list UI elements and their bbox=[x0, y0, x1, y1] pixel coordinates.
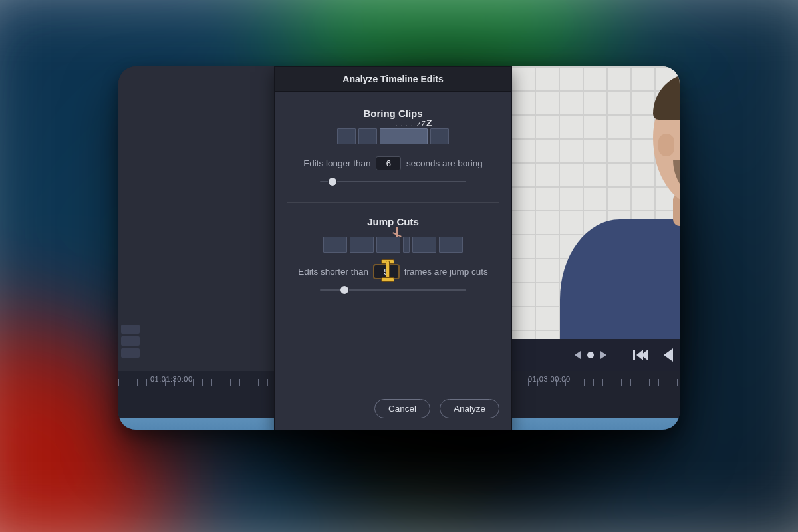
jump-frames-input[interactable]: 5 bbox=[374, 265, 399, 279]
boring-clips-section: Boring Clips . . . . zZZ Edits longer th… bbox=[287, 104, 499, 202]
analyze-timeline-dialog: Analyze Timeline Edits Boring Clips . . … bbox=[274, 66, 512, 430]
prev-marker-icon[interactable] bbox=[575, 351, 581, 359]
video-preview[interactable] bbox=[511, 66, 680, 339]
jump-threshold-sentence: Edits shorter than 5 frames are jump cut… bbox=[287, 265, 499, 279]
track-header-strips bbox=[118, 325, 145, 371]
transport-bar bbox=[511, 339, 680, 371]
current-marker-icon[interactable] bbox=[587, 352, 594, 358]
boring-clips-heading: Boring Clips bbox=[287, 108, 499, 119]
next-marker-icon[interactable] bbox=[600, 351, 606, 359]
boring-seconds-input[interactable]: 6 bbox=[376, 156, 401, 170]
go-to-start-button[interactable] bbox=[633, 350, 648, 360]
boring-threshold-slider[interactable] bbox=[320, 176, 466, 188]
analyze-button[interactable]: Analyze bbox=[440, 399, 499, 418]
timecode-label: 01:01:30:00 bbox=[150, 375, 193, 383]
jump-cuts-section: Jump Cuts Edits shorter than 5 frames ar bbox=[287, 202, 499, 311]
slider-knob[interactable] bbox=[340, 286, 348, 294]
play-reverse-button[interactable] bbox=[664, 348, 673, 362]
timecode-label: 01:03:00:00 bbox=[528, 375, 571, 383]
cut-marker-icon bbox=[392, 227, 402, 237]
sleep-zzz-icon: . . . . zZZ bbox=[396, 118, 432, 128]
boring-clips-graphic: . . . . zZZ bbox=[337, 128, 449, 144]
boring-threshold-sentence: Edits longer than 6 seconds are boring bbox=[287, 156, 499, 170]
cancel-button[interactable]: Cancel bbox=[374, 399, 430, 418]
jump-cuts-heading: Jump Cuts bbox=[287, 216, 499, 227]
preview-person bbox=[560, 106, 680, 339]
dialog-footer: Cancel Analyze bbox=[275, 390, 511, 430]
slider-knob[interactable] bbox=[329, 178, 336, 186]
app-window: 01:01:30:00 01:03:00:00 Analyze Timeline… bbox=[118, 66, 680, 430]
jump-threshold-slider[interactable] bbox=[320, 284, 466, 296]
dialog-title: Analyze Timeline Edits bbox=[275, 67, 511, 92]
jump-cuts-graphic bbox=[323, 237, 463, 253]
